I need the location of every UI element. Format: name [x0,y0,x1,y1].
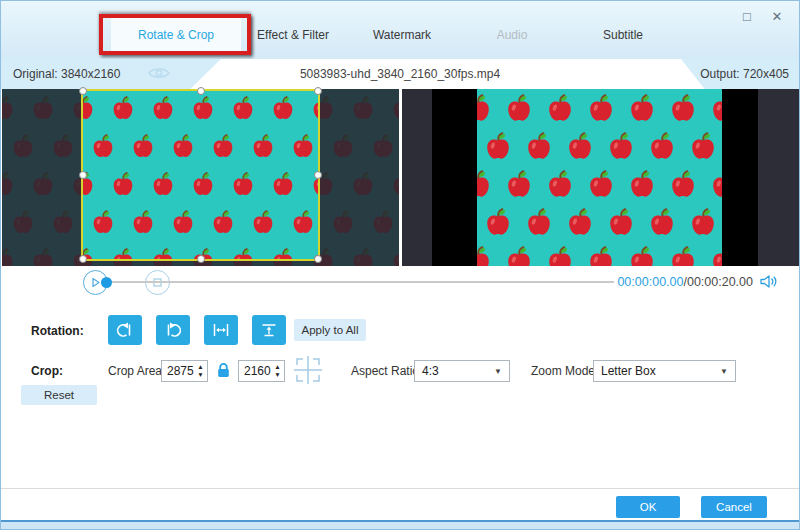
apple-emoji [524,131,554,161]
timestamp: 00:00:00.00/00:00:20.00 [571,275,753,289]
maximize-icon[interactable]: □ [739,9,755,24]
crop-position-crosshair-icon[interactable] [294,356,322,388]
tab-audio[interactable]: Audio [456,15,568,55]
aspect-ratio-label: Aspect Ratio: [351,364,422,378]
aspect-ratio-value: 4:3 [415,364,494,378]
apple-emoji [504,169,534,199]
apple-emoji [627,245,657,266]
crop-handle-n[interactable] [197,87,205,95]
player-controls: 00:00:00.00/00:00:20.00 [1,266,799,299]
apply-to-all-button[interactable]: Apply to All [294,319,366,341]
tab-rotate-crop[interactable]: Rotate & Crop [111,15,241,55]
flip-horizontal-button[interactable] [204,315,238,345]
aspect-ratio-dropdown[interactable]: 4:3 ▼ [414,360,510,382]
crop-height-stepper[interactable]: ▲ ▼ [271,363,284,379]
crop-width-input[interactable]: 2875 ▲ ▼ [161,360,208,382]
apple-emoji [483,131,513,161]
crop-handle-se[interactable] [314,255,322,263]
lock-aspect-icon[interactable] [216,362,231,383]
volume-icon[interactable] [759,273,778,294]
output-resolution-label: Output: 720x405 [700,67,789,81]
crop-handle-ne[interactable] [314,87,322,95]
apple-emoji [586,169,616,199]
apple-emoji [545,245,575,266]
apple-emoji [709,245,722,266]
crop-handle-e[interactable] [314,171,322,179]
apple-emoji [606,207,636,237]
crop-label: Crop: [31,364,63,378]
tab-watermark[interactable]: Watermark [346,15,458,55]
tab-bar: Rotate & Crop Effect & Filter Watermark … [1,1,799,59]
reset-button[interactable]: Reset [21,385,97,405]
apple-emoji [668,93,698,123]
apple-emoji [483,207,513,237]
zoom-mode-label: Zoom Mode: [531,364,598,378]
crop-selection-frame[interactable] [81,89,320,261]
apple-emoji [565,131,595,161]
apple-emoji [524,207,554,237]
chevron-down-icon: ▼ [494,367,509,376]
crop-handle-sw[interactable] [79,255,87,263]
stepper-down-icon[interactable]: ▼ [197,371,203,379]
original-resolution-label: Original: 3840x2160 [13,67,120,81]
apple-emoji [668,245,698,266]
original-resolution-badge: Original: 3840x2160 [1,59,221,89]
apple-emoji [504,93,534,123]
output-video-frame [477,89,722,266]
crop-height-input[interactable]: 2160 ▲ ▼ [238,360,285,382]
rotate-left-button[interactable] [108,315,142,345]
apple-emoji [627,93,657,123]
apple-emoji [477,169,493,199]
tab-subtitle[interactable]: Subtitle [567,15,679,55]
apple-emoji [668,169,698,199]
crop-width-stepper[interactable]: ▲ ▼ [194,363,207,379]
window-bottom-border [1,520,799,529]
apple-emoji [688,207,718,237]
ok-button[interactable]: OK [616,496,680,518]
apple-emoji [647,207,677,237]
rotation-label: Rotation: [31,324,84,338]
footer-bar: OK Cancel [1,488,799,522]
total-duration: 00:00:20.00 [687,275,753,289]
apple-emoji [586,245,616,266]
dim-overlay-left [2,89,81,266]
apple-emoji [477,93,493,123]
apple-emoji [504,245,534,266]
apple-emoji [709,93,722,123]
crop-height-value[interactable]: 2160 [239,364,271,378]
apple-emoji [627,169,657,199]
stepper-up-icon[interactable]: ▲ [274,363,280,371]
seek-thumb[interactable] [101,277,112,288]
seek-bar[interactable] [103,281,614,283]
apple-emoji [647,131,677,161]
tab-effect-filter[interactable]: Effect & Filter [233,15,353,55]
apple-emoji [545,93,575,123]
chevron-down-icon: ▼ [720,367,735,376]
zoom-mode-dropdown[interactable]: Letter Box ▼ [593,360,736,382]
flip-vertical-button[interactable] [252,315,286,345]
settings-panel: Rotation: [1,299,799,488]
crop-handle-nw[interactable] [79,87,87,95]
apple-emoji [477,245,493,266]
close-icon[interactable]: ✕ [769,9,785,24]
current-time: 00:00:00.00 [617,275,683,289]
apple-emoji [565,207,595,237]
preview-area [1,89,799,266]
apple-emoji [606,131,636,161]
apple-emoji [586,93,616,123]
stepper-down-icon[interactable]: ▼ [274,371,280,379]
crop-handle-w[interactable] [79,171,87,179]
crop-area-label: Crop Area: [108,364,165,378]
apple-emoji [545,169,575,199]
zoom-mode-value: Letter Box [594,364,720,378]
output-preview-panel [402,89,800,266]
info-bar: 5083983-uhd_3840_2160_30fps.mp4 Original… [1,59,799,89]
cancel-button[interactable]: Cancel [701,496,767,518]
crop-handle-s[interactable] [197,255,205,263]
stepper-up-icon[interactable]: ▲ [197,363,203,371]
rotate-right-button[interactable] [156,315,190,345]
crop-width-value[interactable]: 2875 [162,364,194,378]
preview-eye-icon[interactable] [148,66,170,83]
apple-emoji [688,131,718,161]
rotate-crop-dialog: Rotate & Crop Effect & Filter Watermark … [0,0,800,530]
